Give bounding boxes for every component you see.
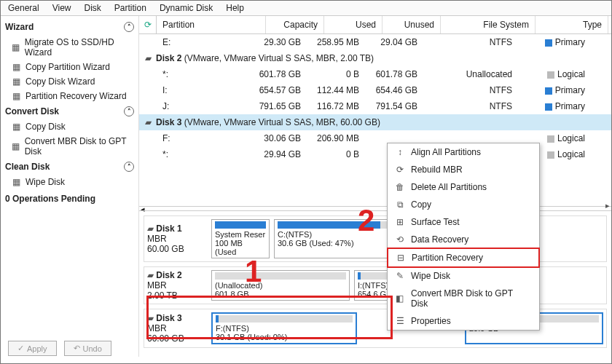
- ctx-icon: ⟲: [395, 234, 405, 245]
- convert-icon: ▦: [11, 141, 20, 151]
- col-unused[interactable]: Unused: [382, 16, 441, 33]
- chevron-up-icon: ˄: [124, 162, 134, 172]
- ctx-icon: ⟳: [395, 165, 405, 175]
- section-wizard[interactable]: Wizard˄: [5, 19, 134, 35]
- menu-general[interactable]: General: [8, 3, 39, 13]
- disk-icon: ▰: [147, 223, 154, 234]
- section-clean-disk[interactable]: Clean Disk˄: [5, 159, 134, 175]
- ctx-data-recovery[interactable]: ⟲Data Recovery: [388, 231, 539, 248]
- col-partition[interactable]: Partition: [157, 16, 266, 33]
- check-icon: ✓: [17, 344, 24, 353]
- ctx-align-all-partitions[interactable]: ↕Align All Partitions: [388, 143, 539, 161]
- disk-header[interactable]: ▰Disk 3 (VMware, VMware Virtual S SAS, M…: [139, 114, 611, 130]
- ctx-delete-all-partitions[interactable]: 🗑Delete All Partitions: [388, 178, 539, 196]
- disk-icon: ▰: [147, 270, 154, 280]
- table-row[interactable]: *:601.78 GB0 B601.78 GBUnallocatedLogica…: [139, 66, 611, 82]
- annotation-number-1: 1: [245, 254, 262, 289]
- table-row[interactable]: J:791.65 GB116.72 MB791.54 GBNTFSPrimary: [139, 98, 611, 114]
- partition-box[interactable]: (Unallocated)601.8 GB: [211, 270, 350, 301]
- sidebar-item[interactable]: ▦Copy Partition Wizard: [5, 60, 134, 74]
- refresh-icon[interactable]: ⟳: [139, 16, 157, 33]
- type-color-icon: [547, 135, 554, 143]
- menu-view[interactable]: View: [52, 3, 71, 13]
- partition-box[interactable]: System Reser100 MB (Used: [211, 219, 270, 258]
- ctx-icon: ✎: [395, 271, 405, 281]
- table-header: PartitionCapacityUsedUnusedFile SystemTy…: [157, 16, 611, 33]
- type-color-icon: [545, 87, 552, 95]
- type-color-icon: [545, 39, 552, 47]
- table-row[interactable]: *:29.94 GB0 BLogical: [139, 146, 611, 162]
- partition-box[interactable]: F:(NTFS)30.1 GB (Used: 0%): [211, 312, 357, 344]
- disk-header[interactable]: ▰Disk 2 (VMware, VMware Virtual S SAS, M…: [139, 50, 611, 66]
- disk-icon: ▰: [145, 117, 152, 127]
- chevron-up-icon: ˄: [124, 22, 134, 32]
- sidebar-item[interactable]: ▦Wipe Disk: [5, 175, 134, 189]
- sidebar-item[interactable]: ▦Migrate OS to SSD/HD Wizard: [5, 35, 134, 60]
- ctx-icon: ↕: [395, 147, 405, 157]
- type-color-icon: [547, 71, 554, 79]
- ctx-icon: ☰: [395, 316, 405, 326]
- ctx-icon: ⊟: [396, 253, 406, 263]
- ctx-icon: ⧉: [395, 199, 405, 210]
- sidebar-item[interactable]: ▦Partition Recovery Wizard: [5, 89, 134, 103]
- ctx-icon: ⊞: [395, 217, 405, 227]
- partition-table: E:29.30 GB258.95 MB29.04 GBNTFSPrimary▰D…: [139, 34, 611, 206]
- sidebar-item[interactable]: ▦Copy Disk Wizard: [5, 74, 134, 89]
- copy-disk-icon: ▦: [11, 122, 21, 132]
- type-color-icon: [545, 103, 552, 111]
- context-menu: ↕Align All Partitions⟳Rebuild MBR🗑Delete…: [387, 143, 540, 331]
- table-row[interactable]: E:29.30 GB258.95 MB29.04 GBNTFSPrimary: [139, 34, 611, 50]
- copy-disk-icon: ▦: [11, 76, 21, 87]
- table-row[interactable]: I:654.57 GB112.44 MB654.46 GBNTFSPrimary: [139, 82, 611, 98]
- sidebar-item[interactable]: ▦Convert MBR Disk to GPT Disk: [5, 134, 134, 159]
- undo-icon: ↶: [74, 344, 80, 353]
- apply-button[interactable]: ✓Apply: [8, 341, 57, 356]
- table-row[interactable]: F:30.06 GB206.90 MBLogical: [139, 130, 611, 146]
- pending-label: 0 Operations Pending: [5, 189, 134, 204]
- menu-dynamic-disk[interactable]: Dynamic Disk: [160, 3, 213, 13]
- chevron-up-icon: ˄: [124, 106, 134, 116]
- menu-disk[interactable]: Disk: [85, 3, 101, 13]
- recovery-icon: ▦: [11, 91, 21, 101]
- sidebar-item[interactable]: ▦Copy Disk: [5, 119, 134, 134]
- section-convert-disk[interactable]: Convert Disk˄: [5, 103, 134, 119]
- disk-icon: ▰: [145, 53, 152, 63]
- col-capacity[interactable]: Capacity: [266, 16, 324, 33]
- ctx-surface-test[interactable]: ⊞Surface Test: [388, 213, 539, 231]
- menu-partition[interactable]: Partition: [114, 3, 146, 13]
- col-file-system[interactable]: File System: [441, 16, 536, 33]
- wipe-icon: ▦: [11, 177, 21, 187]
- annotation-number-2: 2: [358, 203, 374, 238]
- col-type[interactable]: Type: [536, 16, 608, 33]
- col-used[interactable]: Used: [324, 16, 382, 33]
- ctx-properties[interactable]: ☰Properties: [388, 312, 539, 330]
- disk-icon: ▰: [147, 313, 154, 323]
- ctx-icon: ◧: [395, 293, 405, 304]
- sidebar: Wizard˄▦Migrate OS to SSD/HD Wizard▦Copy…: [1, 16, 139, 357]
- ctx-copy[interactable]: ⧉Copy: [388, 196, 539, 213]
- ctx-wipe-disk[interactable]: ✎Wipe Disk: [388, 267, 539, 285]
- copy-partition-icon: ▦: [11, 62, 21, 72]
- menubar: GeneralViewDiskPartitionDynamic DiskHelp: [1, 1, 611, 16]
- type-color-icon: [547, 151, 554, 159]
- migrate-icon: ▦: [11, 42, 20, 52]
- disk-map: ▰ Disk 1MBR60.00 GBSystem Reser100 MB (U…: [139, 210, 611, 357]
- menu-help[interactable]: Help: [226, 3, 244, 13]
- ctx-partition-recovery[interactable]: ⊟Partition Recovery: [387, 248, 540, 268]
- ctx-rebuild-mbr[interactable]: ⟳Rebuild MBR: [388, 161, 539, 178]
- undo-button[interactable]: ↶Undo: [64, 341, 111, 356]
- ctx-convert-mbr-disk-to-gpt-disk[interactable]: ◧Convert MBR Disk to GPT Disk: [388, 285, 539, 312]
- ctx-icon: 🗑: [395, 182, 405, 192]
